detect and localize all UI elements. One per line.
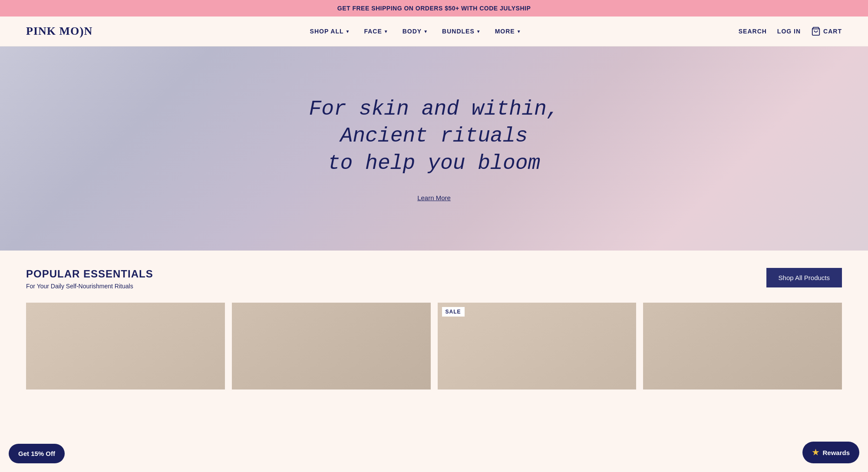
popular-essentials-section: POPULAR ESSENTIALS For Your Daily Self-N…	[0, 251, 868, 398]
hero-section: For skin and within, Ancient rituals to …	[0, 46, 868, 251]
hero-headline-line1: For skin and within, Ancient rituals	[309, 97, 559, 148]
popular-essentials-title: POPULAR ESSENTIALS	[26, 268, 153, 280]
site-logo[interactable]: PINK MO)N	[26, 24, 92, 38]
nav-item-shop-all[interactable]: SHOP ALL ▼	[310, 28, 350, 35]
nav-label-face: FACE	[364, 28, 382, 35]
nav-label-body: BODY	[403, 28, 422, 35]
logo-text-main: PINK MO	[26, 25, 79, 38]
search-label: SEARCH	[739, 28, 767, 35]
chevron-down-icon: ▼	[476, 29, 481, 34]
popular-essentials-subtitle: For Your Daily Self-Nourishment Rituals	[26, 283, 153, 290]
search-button[interactable]: SEARCH	[739, 28, 767, 35]
nav-item-bundles[interactable]: BUNDLES ▼	[442, 28, 481, 35]
product-card-1[interactable]	[26, 303, 225, 389]
logo-text-n: N	[84, 25, 93, 38]
main-nav: SHOP ALL ▼ FACE ▼ BODY ▼ BUNDLES ▼ MORE …	[310, 28, 521, 35]
cart-icon	[811, 26, 821, 36]
nav-label-shop-all: SHOP ALL	[310, 28, 344, 35]
cart-label: CART	[823, 28, 842, 35]
product-card-4[interactable]	[643, 303, 842, 389]
chevron-down-icon: ▼	[423, 29, 428, 34]
logo-moon-char: )	[79, 24, 84, 38]
sale-badge: SALE	[442, 307, 465, 317]
nav-label-more: MORE	[495, 28, 515, 35]
hero-cta-label: Learn More	[417, 194, 451, 201]
announcement-text: GET FREE SHIPPING ON ORDERS $50+ WITH CO…	[337, 5, 531, 12]
shop-all-label: Shop All Products	[779, 274, 830, 281]
product-card-2[interactable]	[232, 303, 431, 389]
chevron-down-icon: ▼	[384, 29, 389, 34]
chevron-down-icon: ▼	[346, 29, 350, 34]
header-actions: SEARCH LOG IN CART	[739, 26, 842, 36]
hero-cta-link[interactable]: Learn More	[417, 194, 451, 201]
nav-item-body[interactable]: BODY ▼	[403, 28, 428, 35]
announcement-bar: GET FREE SHIPPING ON ORDERS $50+ WITH CO…	[0, 0, 868, 17]
site-header: PINK MO)N SHOP ALL ▼ FACE ▼ BODY ▼ BUNDL…	[0, 17, 868, 46]
shop-all-products-button[interactable]: Shop All Products	[766, 268, 842, 287]
nav-item-face[interactable]: FACE ▼	[364, 28, 388, 35]
cart-button[interactable]: CART	[811, 26, 842, 36]
hero-headline: For skin and within, Ancient rituals to …	[261, 96, 608, 177]
login-label: LOG IN	[777, 28, 801, 35]
chevron-down-icon: ▼	[517, 29, 521, 34]
popular-header: POPULAR ESSENTIALS For Your Daily Self-N…	[26, 268, 842, 290]
product-cards-row: SALE	[26, 303, 842, 389]
popular-title-group: POPULAR ESSENTIALS For Your Daily Self-N…	[26, 268, 153, 290]
product-card-3[interactable]: SALE	[438, 303, 637, 389]
login-button[interactable]: LOG IN	[777, 28, 801, 35]
nav-label-bundles: BUNDLES	[442, 28, 475, 35]
nav-item-more[interactable]: MORE ▼	[495, 28, 521, 35]
hero-headline-line2: to help you bloom	[328, 152, 541, 175]
